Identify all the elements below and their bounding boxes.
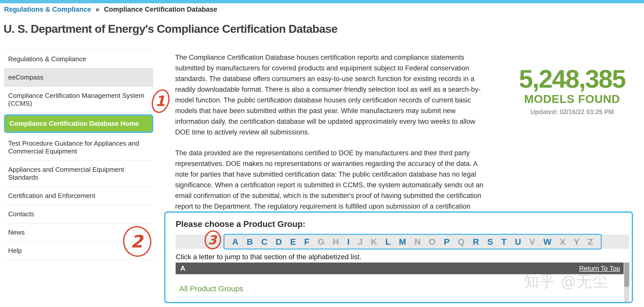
letter-jump-c[interactable]: C [261, 237, 268, 247]
page-title: U. S. Department of Energy's Compliance … [4, 22, 338, 36]
letter-jump-r[interactable]: R [473, 237, 479, 247]
section-letter: A [180, 264, 185, 272]
alphabet-instruction: Click a letter to jump to that section o… [176, 253, 629, 261]
letter-jump-k[interactable]: K [371, 237, 377, 247]
row-separator [179, 297, 624, 297]
sidebar-item-regulations-compliance[interactable]: Regulations & Compliance [4, 50, 153, 68]
sidebar-item-standards[interactable]: Appliances and Commercial Equipment Stan… [4, 161, 153, 187]
return-to-top-link[interactable]: Return To Top [579, 265, 620, 272]
letter-jump-q[interactable]: Q [458, 237, 464, 247]
letter-jump-f[interactable]: F [304, 237, 310, 247]
annotation-number-1: 1 [155, 93, 165, 109]
letter-jump-n[interactable]: N [414, 237, 421, 247]
intro-text: The Compliance Certification Database ho… [175, 52, 489, 233]
updated-timestamp: Updated: 02/16/22 03:25 PM [503, 108, 641, 116]
letter-jump-j[interactable]: J [358, 237, 363, 247]
breadcrumb-current: Compliance Certification Database [104, 6, 217, 13]
sidebar-nav: Regulations & Compliance eeCompass Compl… [4, 50, 153, 260]
letter-jump-i[interactable]: I [347, 237, 349, 247]
letter-jump-h[interactable]: H [333, 237, 339, 247]
intro-paragraph-1: The Compliance Certification Database ho… [175, 52, 489, 137]
letter-jump-w[interactable]: W [543, 237, 551, 247]
breadcrumb-separator: » [96, 6, 100, 13]
letter-jump-g[interactable]: G [318, 237, 324, 247]
letter-jump-p[interactable]: P [444, 237, 450, 247]
product-link-air-conditioners-central[interactable]: Air Conditioners and Heat Pumps - Centra… [179, 301, 624, 303]
sidebar-item-certification-enforcement[interactable]: Certification and Enforcement [4, 187, 153, 205]
models-count: 5,248,385 [503, 66, 641, 92]
alphabet-jump-bar: A B C D E F G H I J K L M N O P Q R S T [223, 234, 602, 250]
letter-jump-e[interactable]: E [290, 237, 296, 247]
sidebar-item-eecompass[interactable]: eeCompass [4, 68, 153, 87]
sidebar-item-ccd-home[interactable]: Compliance Certification Database Home [4, 114, 153, 133]
sidebar-item-contacts[interactable]: Contacts [4, 205, 153, 223]
product-group-heading: Please choose a Product Group: [176, 219, 629, 229]
letter-jump-x[interactable]: X [560, 237, 566, 247]
letter-jump-z[interactable]: Z [588, 237, 593, 247]
breadcrumb: Regulations & Compliance » Compliance Ce… [4, 6, 217, 13]
letter-jump-v[interactable]: V [529, 237, 535, 247]
top-accent-bar [0, 0, 644, 3]
models-found-label: MODELS FOUND [503, 93, 641, 106]
models-found-panel: 5,248,385 MODELS FOUND Updated: 02/16/22… [503, 66, 641, 116]
sidebar-item-ccms[interactable]: Compliance Certification Management Syst… [4, 87, 153, 113]
letter-jump-u[interactable]: U [515, 237, 521, 247]
letter-jump-l[interactable]: L [385, 237, 391, 247]
intro-paragraph-2: The data provided are the representation… [175, 148, 489, 222]
letter-jump-y[interactable]: Y [574, 237, 580, 247]
letter-jump-o[interactable]: O [429, 237, 436, 247]
breadcrumb-link-regulations-compliance[interactable]: Regulations & Compliance [4, 6, 91, 13]
sidebar-item-help[interactable]: Help [4, 242, 153, 260]
scrollbar-thumb[interactable] [624, 263, 629, 287]
letter-jump-m[interactable]: M [399, 237, 406, 247]
alphabet-strip: A B C D E F G H I J K L M N O P Q R S T [176, 235, 629, 249]
scrollbar[interactable] [624, 263, 629, 303]
watermark-text: 知乎 @无尘 [524, 271, 608, 292]
sidebar-item-test-procedure-guidance[interactable]: Test Procedure Guidance for Appliances a… [4, 134, 153, 161]
letter-jump-s[interactable]: S [487, 237, 493, 247]
letter-jump-b[interactable]: B [247, 237, 253, 247]
letter-jump-t[interactable]: T [501, 237, 507, 247]
sidebar-item-news[interactable]: News [4, 223, 153, 242]
letter-jump-a[interactable]: A [232, 237, 239, 247]
letter-jump-d[interactable]: D [276, 237, 282, 247]
